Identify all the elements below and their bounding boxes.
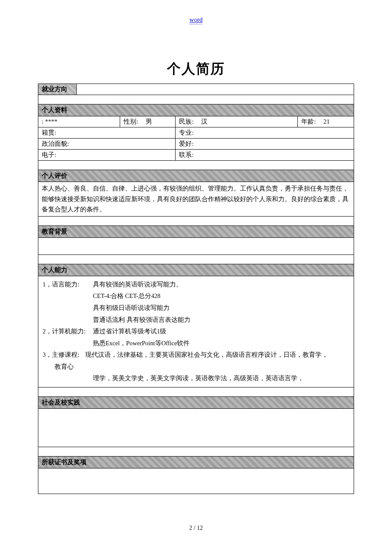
practice-header: 社会及校实践 <box>38 396 354 408</box>
page-footer: 2 / 12 <box>0 525 392 532</box>
personal-info-row3: 政治面貌: 爱好: <box>38 139 354 150</box>
ability-content-row: 1，语言能力:具有较强的英语听说读写能力。 CET-4:合格 CET-总分428… <box>38 276 354 387</box>
practice-header-row: 社会及校实践 <box>38 396 354 408</box>
education-header-row: 教育背景 <box>38 225 354 237</box>
ability-header-row: 个人能力 <box>38 264 354 276</box>
spacer <box>38 254 354 264</box>
self-eval-content-row: 本人热心、善良、自信、自律、上进心强，有较强的组织、管理能力。工作认真负责，勇于… <box>38 182 354 217</box>
self-eval-header: 个人评价 <box>38 170 354 182</box>
ethnic-cell: 民族:汉 <box>176 116 298 127</box>
practice-content-row <box>38 408 354 447</box>
personal-info-header-row: 个人资料 <box>38 104 354 116</box>
personal-info-row4: 电子: 联系: <box>38 150 354 161</box>
spacer <box>38 161 354 170</box>
awards-content-row <box>38 468 354 494</box>
self-eval-header-row: 个人评价 <box>38 170 354 182</box>
practice-content <box>38 408 354 447</box>
ability-content: 1，语言能力:具有较强的英语听说读写能力。 CET-4:合格 CET-总分428… <box>38 276 354 387</box>
direction-row: 就业方向 <box>38 84 354 95</box>
contact-cell: 联系: <box>176 150 354 161</box>
name-cell: : **** <box>38 116 120 127</box>
spacer <box>38 447 354 456</box>
major-cell: 专业: <box>176 127 354 139</box>
document-body: 就业方向 个人资料 : **** 性别:男 民族:汉 年龄:21 籍贯: 专业:… <box>38 84 354 494</box>
resume-table: 就业方向 个人资料 : **** 性别:男 民族:汉 年龄:21 籍贯: 专业:… <box>38 84 354 494</box>
awards-content <box>38 468 354 494</box>
hobby-cell: 爱好: <box>176 139 354 150</box>
awards-header: 所获证书及奖项 <box>38 456 354 468</box>
spacer <box>38 95 354 104</box>
awards-header-row: 所获证书及奖项 <box>38 456 354 468</box>
spacer <box>38 387 354 396</box>
document-title: 个人简历 <box>0 60 392 78</box>
education-content-row <box>38 237 354 254</box>
education-header: 教育背景 <box>38 225 354 237</box>
word-link[interactable]: word <box>190 16 203 24</box>
political-cell: 政治面貌: <box>38 139 176 150</box>
personal-info-header: 个人资料 <box>38 104 354 116</box>
age-cell: 年龄:21 <box>298 116 354 127</box>
self-eval-content: 本人热心、善良、自信、自律、上进心强，有较强的组织、管理能力。工作认真负责，勇于… <box>38 182 354 217</box>
ability-header: 个人能力 <box>38 264 354 276</box>
direction-value <box>77 84 354 95</box>
email-cell: 电子: <box>38 150 176 161</box>
personal-info-row1: : **** 性别:男 民族:汉 年龄:21 <box>38 116 354 127</box>
origin-cell: 籍贯: <box>38 127 176 139</box>
personal-info-row2: 籍贯: 专业: <box>38 127 354 139</box>
education-content <box>38 237 354 254</box>
gender-cell: 性别:男 <box>120 116 176 127</box>
direction-label: 就业方向 <box>38 84 77 95</box>
spacer <box>38 216 354 225</box>
page-header: word <box>0 0 392 23</box>
